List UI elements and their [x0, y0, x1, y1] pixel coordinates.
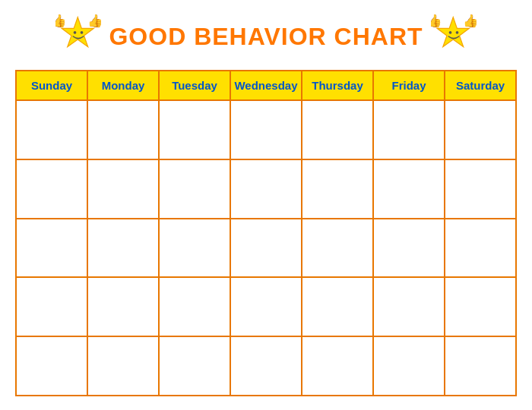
cell[interactable]: [302, 100, 373, 159]
cell[interactable]: [373, 336, 445, 396]
cell[interactable]: [302, 159, 373, 219]
header: 👍 👍 GOOD BEHAVIOR CHART 👍 👍: [15, 14, 517, 59]
svg-text:👍: 👍: [55, 14, 67, 29]
cell[interactable]: [230, 159, 302, 219]
cell[interactable]: [87, 336, 159, 396]
cell[interactable]: [302, 219, 373, 278]
col-thursday: Thursday: [302, 71, 373, 100]
cell[interactable]: [16, 100, 87, 159]
cell[interactable]: [302, 277, 373, 336]
svg-text:👍: 👍: [431, 14, 442, 29]
svg-point-2: [74, 31, 77, 34]
col-monday: Monday: [87, 71, 159, 100]
svg-point-3: [81, 31, 84, 34]
svg-text:👍: 👍: [87, 14, 101, 29]
cell[interactable]: [87, 219, 159, 278]
table-row: [16, 336, 516, 396]
cell[interactable]: [230, 219, 302, 278]
left-star-icon: 👍 👍: [55, 14, 101, 59]
cell[interactable]: [230, 100, 302, 159]
cell[interactable]: [445, 277, 516, 336]
table-row: [16, 219, 516, 278]
cell[interactable]: [159, 159, 230, 219]
cell[interactable]: [373, 159, 445, 219]
cell[interactable]: [87, 277, 159, 336]
right-star-icon: 👍 👍: [431, 14, 477, 59]
cell[interactable]: [87, 159, 159, 219]
cell[interactable]: [159, 219, 230, 278]
cell[interactable]: [373, 100, 445, 159]
cell[interactable]: [445, 159, 516, 219]
cell[interactable]: [16, 277, 87, 336]
cell[interactable]: [16, 336, 87, 396]
cell[interactable]: [159, 277, 230, 336]
cell[interactable]: [159, 336, 230, 396]
col-sunday: Sunday: [16, 71, 87, 100]
svg-point-7: [448, 31, 451, 34]
table-row: [16, 277, 516, 336]
page: 👍 👍 GOOD BEHAVIOR CHART 👍 👍: [0, 0, 532, 410]
cell[interactable]: [16, 159, 87, 219]
cell[interactable]: [87, 100, 159, 159]
cell[interactable]: [230, 277, 302, 336]
cell[interactable]: [445, 336, 516, 396]
table-row: [16, 100, 516, 159]
cell[interactable]: [159, 100, 230, 159]
cell[interactable]: [445, 100, 516, 159]
col-friday: Friday: [373, 71, 445, 100]
cell[interactable]: [445, 219, 516, 278]
cell[interactable]: [16, 219, 87, 278]
cell[interactable]: [302, 336, 373, 396]
cell[interactable]: [373, 219, 445, 278]
svg-point-8: [455, 31, 458, 34]
col-tuesday: Tuesday: [159, 71, 230, 100]
behavior-chart: Sunday Monday Tuesday Wednesday Thursday…: [15, 70, 517, 396]
cell[interactable]: [230, 336, 302, 396]
col-wednesday: Wednesday: [230, 71, 302, 100]
chart-title: GOOD BEHAVIOR CHART: [109, 23, 423, 51]
svg-text:👍: 👍: [463, 14, 477, 29]
header-row: Sunday Monday Tuesday Wednesday Thursday…: [16, 71, 516, 100]
col-saturday: Saturday: [445, 71, 516, 100]
cell[interactable]: [373, 277, 445, 336]
table-row: [16, 159, 516, 219]
